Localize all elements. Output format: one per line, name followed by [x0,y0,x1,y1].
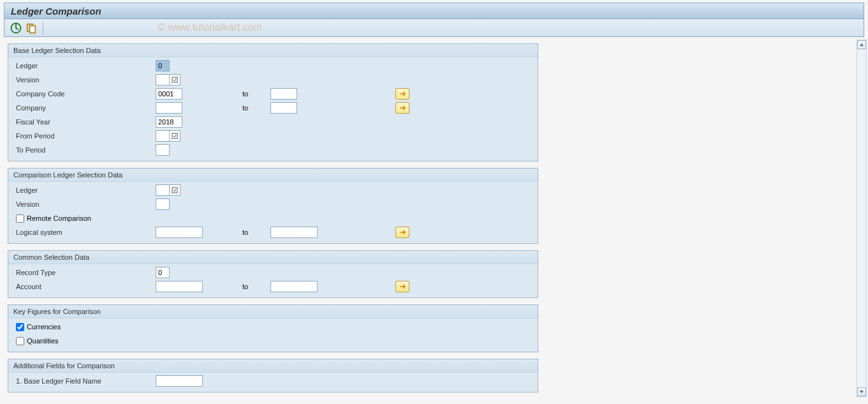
label-account: Account [12,283,156,290]
multi-selection-button[interactable] [395,88,409,100]
label-record-type: Record Type [12,269,156,276]
svg-rect-4 [172,133,177,138]
input-comp-ledger[interactable] [156,184,170,196]
label-from-period: From Period [12,132,156,140]
value-help-icon[interactable] [169,74,180,86]
input-base-version[interactable] [156,74,170,86]
group-base-ledger: Base Ledger Selection Data Ledger Versio… [8,43,538,161]
input-company-code-to[interactable] [270,88,297,100]
watermark-text: © www.tutorialkart.com [158,22,262,33]
svg-rect-2 [30,26,36,33]
input-base-ledger-field-name[interactable] [156,375,203,387]
group-key-figures: Key Figures for Comparison Currencies Qu… [8,304,538,352]
label-base-version: Version [12,76,156,84]
input-company-from[interactable] [156,102,182,114]
label-to: to [232,283,270,290]
label-currencies: Currencies [27,323,61,331]
label-company: Company [12,104,156,112]
input-to-period[interactable] [156,144,170,156]
input-account-from[interactable] [156,281,203,292]
label-comp-ledger: Ledger [12,186,156,194]
group-comparison-ledger: Comparison Ledger Selection Data Ledger … [8,168,538,244]
input-logical-system-to[interactable] [270,227,318,238]
label-fiscal-year: Fiscal Year [12,118,156,126]
svg-rect-5 [172,188,177,193]
label-logical-system: Logical system [12,228,156,236]
value-help-icon[interactable] [169,184,180,196]
toolbar-divider [43,22,43,34]
input-base-ledger[interactable] [156,60,170,71]
label-quantities: Quantities [27,337,59,345]
checkbox-currencies[interactable] [16,323,24,331]
label-to-period: To Period [12,146,156,154]
label-remote-comparison: Remote Comparison [27,214,91,222]
svg-rect-3 [172,77,177,82]
group-title-common: Common Selection Data [8,251,538,264]
input-comp-version[interactable] [156,198,170,210]
input-fiscal-year[interactable] [156,116,182,128]
input-company-to[interactable] [270,102,297,114]
label-to: to [232,90,270,98]
application-toolbar: © www.tutorialkart.com [4,19,864,37]
input-company-code-from[interactable] [156,88,182,100]
multi-selection-button[interactable] [395,102,409,114]
group-common-selection: Common Selection Data Record Type Accoun… [8,250,538,298]
scroll-down-icon[interactable] [857,387,866,396]
label-company-code: Company Code [12,90,156,98]
label-base-ledger-field-name: 1. Base Ledger Field Name [12,377,156,385]
get-variant-icon[interactable] [25,22,38,34]
group-title-base: Base Ledger Selection Data [8,44,538,57]
execute-icon[interactable] [10,22,22,34]
label-to: to [232,104,270,112]
checkbox-quantities[interactable] [16,337,24,345]
label-base-ledger: Ledger [12,62,156,70]
label-to: to [232,228,270,236]
content-area: Base Ledger Selection Data Ledger Versio… [4,41,864,401]
value-help-icon[interactable] [169,130,180,142]
scroll-up-icon[interactable] [857,40,866,49]
input-account-to[interactable] [270,281,318,292]
vertical-scrollbar[interactable] [857,40,867,397]
group-additional-fields: Additional Fields for Comparison 1. Base… [8,359,538,393]
page-title-bar: Ledger Comparison [4,3,864,19]
multi-selection-button[interactable] [395,281,409,292]
group-title-keyfig: Key Figures for Comparison [8,305,538,318]
label-comp-version: Version [12,200,156,208]
multi-selection-button[interactable] [395,227,409,238]
checkbox-remote-comparison[interactable] [16,214,24,223]
input-from-period[interactable] [156,130,170,142]
input-record-type[interactable] [156,267,170,278]
page-title: Ledger Comparison [11,6,101,17]
input-logical-system-from[interactable] [156,227,203,238]
group-title-comp: Comparison Ledger Selection Data [8,168,538,182]
group-title-addl: Additional Fields for Comparison [8,359,538,373]
